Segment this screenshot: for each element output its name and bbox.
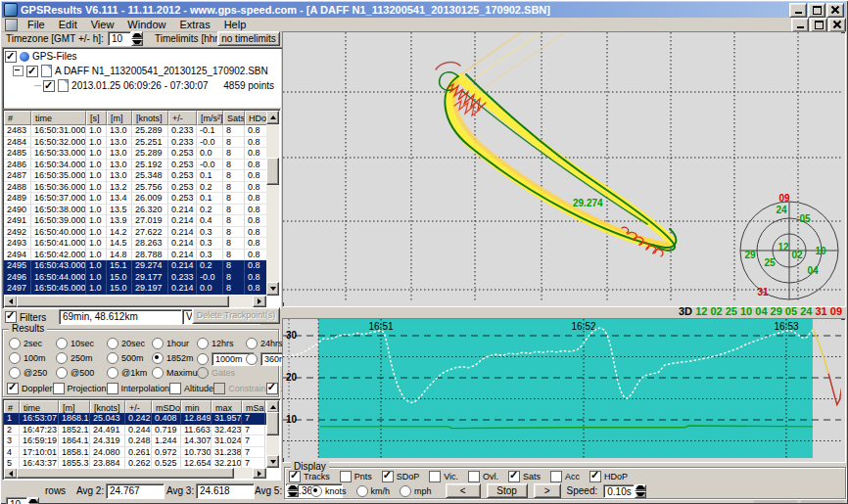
table-row[interactable]: 249416:50:42.0001.014.828.7880.2140.380.… — [4, 250, 266, 261]
mdi-close-button[interactable] — [828, 18, 846, 32]
result-option[interactable]: 500m — [107, 352, 144, 364]
result-option[interactable]: 24hrs — [246, 338, 283, 349]
unit-option-kmh[interactable]: km/h — [356, 485, 391, 497]
minimize-button[interactable] — [789, 3, 807, 18]
table-row[interactable]: 249516:50:43.0001.015.129.2740.2140.280.… — [4, 260, 266, 272]
result-option[interactable]: 2sec — [9, 338, 42, 349]
radio-2sec[interactable] — [9, 338, 21, 349]
column-header[interactable]: [s] — [86, 111, 107, 125]
filters-toggle[interactable]: Filters — [5, 311, 46, 323]
checkbox[interactable] — [289, 471, 301, 482]
spin-down-icon[interactable] — [635, 491, 646, 498]
radio-500m[interactable] — [107, 352, 118, 364]
result-option[interactable]: 250m — [56, 352, 93, 364]
result-option[interactable]: @250 — [9, 367, 47, 379]
checkbox-option-altitude[interactable]: Altitude — [169, 383, 213, 394]
mdi-minimize-button[interactable] — [791, 18, 809, 32]
file-checkbox[interactable] — [26, 66, 38, 77]
result-option[interactable]: 10sec — [56, 338, 94, 349]
radio-250m[interactable] — [56, 352, 68, 364]
tree-item-session[interactable]: ─ 2013.01.25 06:09:26 - 07:30:07 4859 po… — [5, 78, 280, 93]
radio-Maximum[interactable] — [152, 367, 164, 379]
timezone-spinner[interactable]: 10 — [108, 31, 143, 46]
results-table-vscrollbar[interactable] — [266, 400, 279, 468]
mdi-restore-button[interactable] — [810, 18, 827, 32]
menu-item-help[interactable]: Help — [217, 19, 254, 31]
result-option[interactable]: Gates — [197, 367, 235, 379]
spin-up-icon[interactable] — [635, 484, 646, 491]
column-header[interactable]: time — [31, 111, 86, 125]
table-row[interactable]: 216:47:231852.124.4910.2440.71911.66332.… — [4, 425, 266, 436]
radio-Gates[interactable] — [197, 367, 209, 379]
checkbox[interactable] — [589, 471, 601, 482]
filter-info-field[interactable]: 69min, 48.612km — [59, 309, 182, 325]
session-checkbox[interactable] — [43, 80, 55, 92]
checkbox-option-constrain[interactable]: Constrain — [213, 383, 266, 394]
scroll-left-icon[interactable] — [4, 296, 18, 307]
checkbox[interactable] — [169, 383, 181, 394]
checkbox-option-pnts[interactable]: Pnts — [340, 471, 372, 482]
root-checkbox[interactable] — [5, 51, 17, 63]
table-row[interactable]: 249016:50:38.0001.013.526.3200.2140.280.… — [4, 205, 266, 216]
trackpoint-table-vscrollbar[interactable] — [266, 111, 279, 296]
table-row[interactable]: 516:43:371855.323.8840.2620.52512.65432.… — [4, 458, 266, 468]
scroll-up-icon[interactable] — [266, 111, 279, 124]
track-index-spinner[interactable] — [287, 484, 297, 497]
speed-chart-panel[interactable]: 16:5116:5216:53302010 — [282, 318, 846, 463]
menu-item-file[interactable]: File — [21, 19, 52, 31]
vscroll-thumb[interactable] — [266, 158, 279, 185]
checkbox[interactable] — [550, 471, 562, 482]
radio-@1km[interactable] — [107, 367, 118, 379]
checkbox-option-tracks[interactable]: Tracks — [289, 471, 330, 482]
checkbox-option-vic[interactable]: Vic. — [429, 471, 458, 482]
hscroll-thumb[interactable] — [17, 468, 234, 479]
table-row[interactable]: 249316:50:41.0001.014.528.2630.2140.380.… — [4, 238, 266, 250]
results-table-hscrollbar[interactable] — [4, 468, 266, 479]
menu-item-extras[interactable]: Extras — [172, 19, 216, 31]
scroll-down-icon[interactable] — [266, 455, 279, 468]
stop-button[interactable]: Stop — [487, 483, 528, 498]
column-header[interactable]: [m/s²] — [197, 111, 223, 125]
table-row[interactable]: 417:10:011858.124.0800.2610.97210.73031.… — [4, 447, 266, 459]
step-back-button[interactable]: < — [446, 483, 481, 498]
radio-1hour[interactable] — [152, 338, 164, 349]
menu-item-view[interactable]: View — [84, 19, 121, 31]
checkbox-option-projection[interactable]: Projection — [53, 383, 107, 394]
timezone-up-icon[interactable] — [131, 31, 143, 39]
column-header[interactable]: # — [4, 111, 31, 125]
radio-1852m[interactable] — [152, 352, 164, 364]
spin-down-icon[interactable] — [287, 491, 299, 498]
track-map-panel[interactable]: 29.27409240512021029250431 — [282, 31, 846, 307]
radio[interactable] — [356, 485, 368, 497]
column-header[interactable]: [knots] — [132, 111, 168, 125]
result-option[interactable]: 20sec — [107, 338, 145, 349]
trackpoint-table-hscrollbar[interactable] — [4, 296, 266, 307]
step-forward-button[interactable]: > — [534, 483, 561, 498]
checkbox-option-sdop[interactable]: SDoP — [382, 471, 420, 482]
checkbox[interactable] — [7, 383, 19, 394]
result-option[interactable]: 1hour — [152, 338, 189, 349]
table-row[interactable]: 249616:50:44.0001.015.029.1770.233-0.080… — [4, 272, 266, 284]
radio-@250[interactable] — [9, 367, 21, 379]
timezone-down-icon[interactable] — [131, 39, 143, 47]
table-row[interactable]: 248916:50:37.0001.013.426.0090.2530.180.… — [4, 193, 266, 205]
close-button[interactable] — [826, 3, 844, 18]
table-row[interactable]: 249116:50:39.0001.013.927.0190.2140.480.… — [4, 215, 266, 227]
delete-trackpoints-button[interactable]: Delete Trackpoint(s) — [192, 307, 280, 324]
timelimits-button[interactable]: no timelimits — [217, 31, 280, 46]
checkbox[interactable] — [340, 471, 352, 482]
scroll-right-icon[interactable] — [253, 296, 266, 307]
result-option[interactable]: 100m — [9, 352, 46, 364]
restore-button[interactable] — [808, 3, 825, 18]
checkbox[interactable] — [429, 471, 441, 482]
table-row[interactable]: 248716:50:35.0001.013.025.3480.2530.180.… — [4, 170, 266, 182]
table-row[interactable]: 249216:50:40.0001.014.227.6220.2140.380.… — [4, 227, 266, 239]
checkbox[interactable] — [266, 383, 278, 394]
filters-checkbox[interactable] — [5, 311, 17, 323]
checkbox[interactable] — [107, 383, 118, 394]
unit-option-mph[interactable]: mph — [400, 485, 432, 497]
rows-up-icon[interactable] — [27, 497, 39, 504]
table-row[interactable]: 248516:50:33.0001.013.025.2890.2530.080.… — [4, 148, 266, 160]
radio-20sec[interactable] — [107, 338, 118, 349]
menu-item-edit[interactable]: Edit — [52, 19, 84, 31]
